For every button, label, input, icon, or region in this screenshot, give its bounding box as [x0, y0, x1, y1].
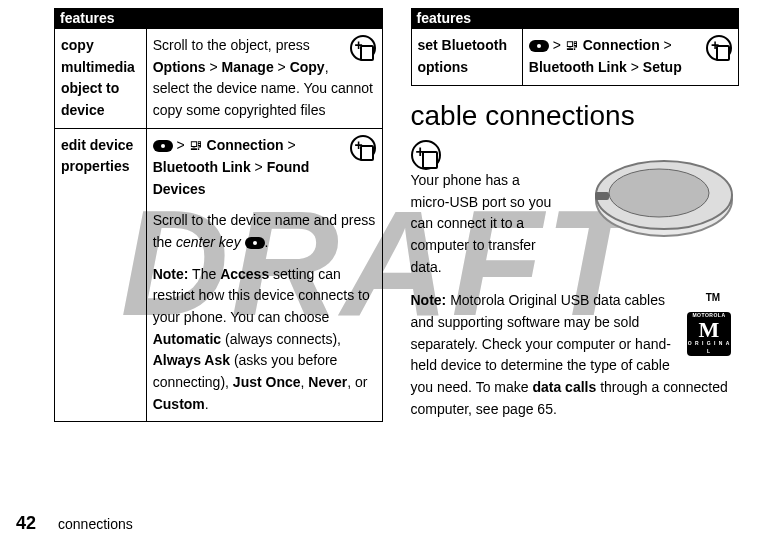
opt-just-once: Just Once [233, 374, 301, 390]
sep: > [173, 137, 189, 153]
sep: > [284, 137, 296, 153]
accessory-icon [350, 135, 376, 161]
sep: > [251, 159, 267, 175]
cable-intro-block: Your phone has a micro-USB port so you c… [411, 140, 740, 278]
badge-m: M [699, 320, 720, 340]
cable-note-block: TM MOTOROLA M O R I G I N A L Note: Moto… [411, 290, 740, 420]
feature-desc: > 🖳 Connection > Bluetooth Link > Found … [146, 128, 382, 422]
phone-illustration [569, 140, 739, 260]
menu-bt: Bluetooth Link [529, 59, 627, 75]
connection-icon: 🖳 [189, 135, 203, 157]
right-column: features set Bluetooth options > 🖳 Conne… [411, 8, 740, 422]
feature-desc: > 🖳 Connection > Bluetooth Link > Setup [522, 29, 738, 86]
accessory-icon [706, 35, 732, 61]
badge-box: MOTOROLA M O R I G I N A L [687, 312, 731, 356]
right-features-header: features [411, 8, 740, 28]
txt: . [205, 396, 209, 412]
left-features-header: features [54, 8, 383, 28]
menu-path-options: Options [153, 59, 206, 75]
menu-path-copy: Copy [290, 59, 325, 75]
left-features-table: copy multimedia object to device Scroll … [54, 28, 383, 422]
svg-rect-3 [595, 192, 609, 200]
opt-automatic: Automatic [153, 331, 221, 347]
feature-name: edit device properties [55, 128, 147, 422]
opt-never: Never [308, 374, 347, 390]
opt-always-ask: Always Ask [153, 352, 230, 368]
center-key-icon [529, 40, 549, 52]
note-label: Note: [411, 292, 447, 308]
data-calls: data calls [532, 379, 596, 395]
menu-setup: Setup [643, 59, 682, 75]
sep: > [549, 37, 565, 53]
connection-icon: 🖳 [565, 35, 579, 57]
table-row: copy multimedia object to device Scroll … [55, 29, 383, 129]
feature-name: copy multimedia object to device [55, 29, 147, 129]
opt-custom: Custom [153, 396, 205, 412]
desc-text: Scroll to the object, press [153, 37, 310, 53]
sep: > [274, 59, 290, 75]
txt: , or [347, 374, 367, 390]
right-features-table: set Bluetooth options > 🖳 Connection > B… [411, 28, 740, 86]
access-note: Note: The Access setting can restrict ho… [153, 264, 376, 416]
menu-bt: Bluetooth Link [153, 159, 251, 175]
feature-name: set Bluetooth options [411, 29, 522, 86]
badge-bottom: O R I G I N A L [687, 340, 731, 356]
left-column: features copy multimedia object to devic… [54, 8, 383, 422]
txt: The [188, 266, 220, 282]
feature-desc: Scroll to the object, press Options > Ma… [146, 29, 382, 129]
sep: > [660, 37, 672, 53]
txt: . [265, 234, 269, 250]
menu-connection: Connection [207, 137, 284, 153]
sep: > [206, 59, 222, 75]
menu-path-manage: Manage [222, 59, 274, 75]
table-row: edit device properties > 🖳 Connection > … [55, 128, 383, 422]
tm-mark: TM [706, 292, 720, 303]
center-key-icon [153, 140, 173, 152]
cable-heading: cable connections [411, 100, 740, 132]
scroll-instruction: Scroll to the device name and press the … [153, 210, 376, 253]
accessory-icon [350, 35, 376, 61]
center-key-label: center key [176, 234, 241, 250]
center-key-icon [245, 237, 265, 249]
svg-point-2 [609, 169, 709, 217]
sep: > [627, 59, 643, 75]
section-title: connections [58, 516, 133, 532]
accessory-icon [411, 140, 441, 170]
table-row: set Bluetooth options > 🖳 Connection > B… [411, 29, 739, 86]
txt: (always connects), [221, 331, 341, 347]
page-footer: 42 connections [16, 513, 133, 534]
page-number: 42 [16, 513, 36, 534]
intro-text: Your phone has a micro-USB port so you c… [411, 170, 556, 278]
note-label: Note: [153, 266, 189, 282]
menu-connection: Connection [583, 37, 660, 53]
access-setting: Access [220, 266, 269, 282]
motorola-original-badge: TM MOTOROLA M O R I G I N A L [687, 290, 739, 356]
